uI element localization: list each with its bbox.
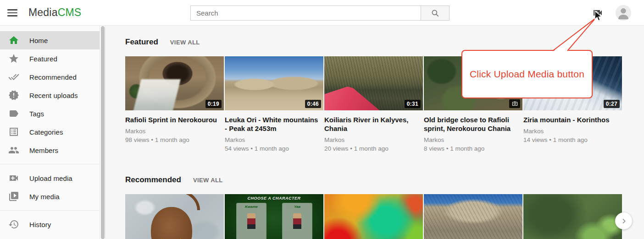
image-type-badge <box>509 99 520 108</box>
avatar-person-icon <box>616 5 631 21</box>
search-input[interactable] <box>190 5 421 21</box>
video-thumbnail[interactable]: CHOOSE A CHARACTER Kwame Selected Yaa Se… <box>225 194 323 239</box>
media-author[interactable]: Markos <box>424 136 522 143</box>
media-meta: 20 views • 1 month ago <box>324 145 423 152</box>
media-card[interactable] <box>125 194 224 239</box>
scrollbar-thumb[interactable] <box>101 26 105 239</box>
sidebar-item-label: Recommended <box>29 73 77 81</box>
media-author[interactable]: Markos <box>324 136 423 143</box>
top-bar: MediaCMS <box>0 0 644 26</box>
new-releases-icon <box>8 90 19 101</box>
sidebar-item-recommended[interactable]: Recommended <box>0 68 100 86</box>
home-icon <box>8 35 19 46</box>
video-thumbnail[interactable] <box>324 194 423 239</box>
video-library-icon <box>8 191 19 202</box>
section-title: Recommended <box>125 175 181 185</box>
media-meta: 14 views • 1 month ago <box>523 136 622 143</box>
video-thumbnail[interactable] <box>125 194 224 239</box>
sidebar-item-home[interactable]: Home <box>0 31 100 49</box>
sidebar-item-featured[interactable]: Featured <box>0 49 100 68</box>
media-author[interactable]: Markos <box>125 128 224 135</box>
sidebar-item-label: Recent uploads <box>29 92 78 99</box>
thumb-character-panel: Kwame Selected <box>237 203 266 239</box>
media-meta: 8 views • 1 month ago <box>424 145 522 152</box>
sidebar-item-upload-media[interactable]: Upload media <box>0 169 100 187</box>
sidebar-item-label: Categories <box>29 128 63 136</box>
sidebar-nav: Home Featured Recommended Recent uploads… <box>0 26 100 239</box>
sidebar-item-my-media[interactable]: My media <box>0 187 100 206</box>
duration-badge: 0:46 <box>305 100 321 108</box>
members-icon <box>8 145 19 156</box>
media-author[interactable]: Markos <box>523 128 622 135</box>
sidebar-divider <box>0 210 100 211</box>
upload-media-icon[interactable] <box>592 7 603 18</box>
sidebar-item-label: Members <box>29 147 58 154</box>
tooltip-text: Click Upload Media button <box>470 69 584 80</box>
tag-icon <box>8 108 19 119</box>
search-bar <box>190 5 450 21</box>
upload-hint-tooltip: Click Upload Media button <box>461 50 593 98</box>
media-title[interactable]: Koiliaris River in Kalyves, Chania <box>324 115 421 133</box>
double-check-icon <box>8 71 19 82</box>
sidebar-item-history[interactable]: History <box>0 215 100 234</box>
view-all-link[interactable]: VIEW ALL <box>170 39 200 46</box>
sidebar-item-categories[interactable]: Categories <box>0 123 100 141</box>
featured-section-header: Featured VIEW ALL <box>125 38 644 46</box>
logo-cms-text: CMS <box>58 6 82 18</box>
media-title[interactable]: Old bridge close to Rafioli sprint, Nero… <box>424 115 520 133</box>
media-meta: 98 views • 1 month ago <box>125 136 224 143</box>
upload-media-icon <box>8 173 19 184</box>
thumb-character-panel: Yaa Select <box>283 203 312 239</box>
search-icon <box>431 9 440 18</box>
media-card[interactable] <box>523 194 622 239</box>
video-thumbnail[interactable]: 0:46 <box>225 56 323 110</box>
sidebar-item-tags[interactable]: Tags <box>0 104 100 123</box>
sidebar-item-label: My media <box>29 193 60 201</box>
star-icon <box>8 53 19 64</box>
media-card[interactable]: CHOOSE A CHARACTER Kwame Selected Yaa Se… <box>225 194 323 239</box>
media-author[interactable]: Markos <box>225 136 323 143</box>
media-title[interactable]: Leuka Ori - White mountains - Peak at 24… <box>225 115 321 133</box>
camera-icon <box>512 101 518 107</box>
media-card[interactable]: 0:19 Rafioli Sprint in Nerokourou Markos… <box>125 56 224 163</box>
sidebar-item-members[interactable]: Members <box>0 141 100 159</box>
logo-media-text: Media <box>28 6 58 18</box>
hamburger-menu-icon[interactable] <box>7 8 18 18</box>
recommended-section-header: Recommended VIEW ALL <box>125 175 644 184</box>
media-card[interactable]: 0:31 Koiliaris River in Kalyves, Chania … <box>324 56 423 163</box>
media-meta: 54 views • 1 month ago <box>225 145 323 152</box>
media-title[interactable]: Rafioli Sprint in Nerokourou <box>125 115 222 124</box>
search-button[interactable] <box>421 5 450 21</box>
duration-badge: 0:27 <box>604 100 620 108</box>
sidebar-item-label: Upload media <box>29 174 72 182</box>
section-title: Featured <box>125 38 158 47</box>
categories-icon <box>8 126 19 137</box>
sidebar-scrollbar[interactable] <box>100 26 105 239</box>
sidebar-item-label: History <box>29 221 51 228</box>
thumb-character-sprite <box>293 213 301 229</box>
app-logo[interactable]: MediaCMS <box>28 6 81 19</box>
video-thumbnail[interactable]: 0:19 <box>125 56 224 110</box>
carousel-next-button[interactable] <box>615 212 632 229</box>
video-thumbnail[interactable] <box>424 194 522 239</box>
chevron-right-icon <box>620 217 627 225</box>
media-title[interactable]: Ziria mountain - Korinthos <box>523 115 620 124</box>
sidebar-item-label: Tags <box>29 110 44 118</box>
duration-badge: 0:31 <box>405 100 421 108</box>
user-avatar[interactable] <box>616 5 631 21</box>
history-icon <box>8 219 19 230</box>
sidebar-divider <box>0 164 100 164</box>
view-all-link[interactable]: VIEW ALL <box>193 177 223 184</box>
video-thumbnail[interactable]: 0:31 <box>324 56 423 110</box>
sidebar-item-recent-uploads[interactable]: Recent uploads <box>0 86 100 104</box>
thumb-character-sprite <box>247 213 255 229</box>
recommended-card-row: CHOOSE A CHARACTER Kwame Selected Yaa Se… <box>125 194 644 239</box>
media-card[interactable] <box>424 194 522 239</box>
duration-badge: 0:19 <box>205 100 222 108</box>
sidebar-item-label: Home <box>29 37 48 44</box>
video-thumbnail[interactable] <box>523 194 622 239</box>
media-card[interactable] <box>324 194 423 239</box>
thumb-game-title: CHOOSE A CHARACTER <box>225 196 323 201</box>
media-card[interactable]: 0:46 Leuka Ori - White mountains - Peak … <box>225 56 323 163</box>
sidebar-item-label: Featured <box>29 55 57 63</box>
